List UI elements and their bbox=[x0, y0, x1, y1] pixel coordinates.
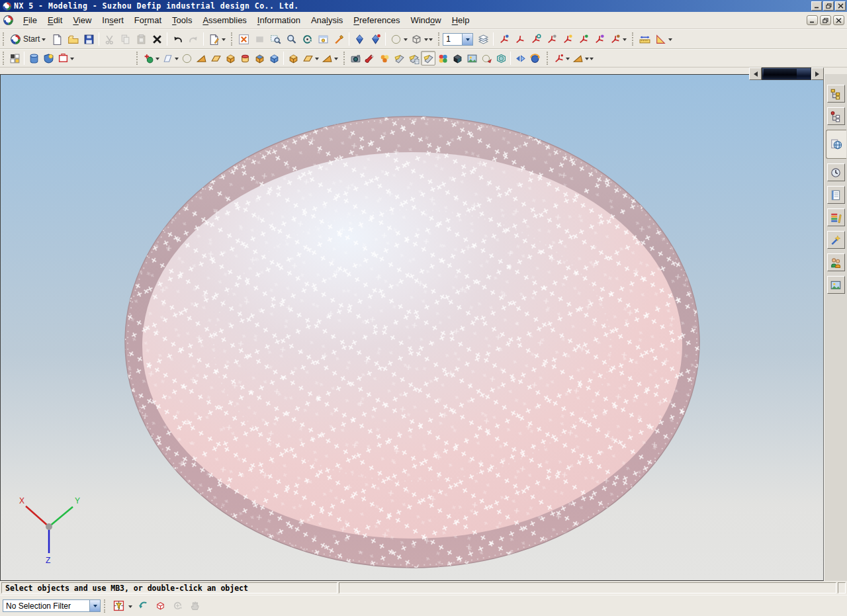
measure-distance-button[interactable] bbox=[637, 31, 652, 47]
chevron-down-icon[interactable] bbox=[404, 38, 408, 43]
snap-point-button[interactable] bbox=[111, 599, 126, 613]
mdi-minimize-button[interactable] bbox=[807, 15, 818, 25]
scroll-left-button[interactable] bbox=[749, 67, 762, 80]
chevron-down-icon[interactable] bbox=[668, 38, 672, 43]
layer-settings-button[interactable] bbox=[475, 31, 491, 47]
deselect-last-button[interactable] bbox=[136, 599, 150, 613]
chevron-down-icon[interactable] bbox=[334, 58, 338, 62]
scrollbar-thumb[interactable] bbox=[764, 69, 797, 79]
menu-insert[interactable]: Insert bbox=[97, 13, 129, 27]
point-button[interactable] bbox=[141, 51, 156, 66]
menu-file[interactable]: File bbox=[18, 13, 42, 27]
chevron-down-icon[interactable] bbox=[175, 58, 179, 62]
menu-edit[interactable]: Edit bbox=[42, 13, 67, 27]
combo-arrow-icon[interactable] bbox=[462, 34, 472, 45]
wizards-button[interactable] bbox=[827, 231, 845, 249]
display-mode-button[interactable] bbox=[408, 31, 424, 47]
menu-help[interactable]: Help bbox=[447, 13, 475, 27]
color-palette-button[interactable] bbox=[827, 208, 845, 226]
redo-button[interactable] bbox=[185, 31, 201, 47]
toolbar-grip[interactable] bbox=[343, 52, 345, 65]
wcs-rotate-button[interactable] bbox=[527, 31, 543, 47]
copy-button[interactable] bbox=[117, 31, 133, 47]
cube-button[interactable] bbox=[267, 51, 281, 66]
menu-view[interactable]: View bbox=[67, 13, 97, 27]
toolbar-grip[interactable] bbox=[231, 32, 233, 46]
shadows-button[interactable] bbox=[450, 51, 465, 66]
point-set-button[interactable] bbox=[591, 31, 607, 47]
scene-rotate-button[interactable] bbox=[527, 51, 542, 66]
scene-gallery-button[interactable] bbox=[827, 276, 845, 294]
chevron-down-icon[interactable] bbox=[315, 58, 319, 62]
toolbar-overflow-icon[interactable] bbox=[623, 38, 627, 43]
reflect-button[interactable] bbox=[513, 51, 527, 66]
orient-view-iso-button[interactable] bbox=[367, 31, 383, 47]
graphics-window[interactable]: X Y Z bbox=[0, 74, 824, 581]
combo-arrow-icon[interactable] bbox=[89, 600, 100, 611]
extrude-button[interactable] bbox=[194, 51, 208, 66]
background-image-button[interactable] bbox=[465, 51, 479, 66]
toolbar-grip[interactable] bbox=[3, 32, 5, 46]
shaded-view-button[interactable] bbox=[388, 31, 404, 47]
toolbar-overflow-icon[interactable] bbox=[429, 38, 433, 43]
toolbar-grip[interactable] bbox=[632, 32, 634, 46]
datum-csys-button[interactable] bbox=[575, 31, 591, 47]
information-palette-button[interactable] bbox=[827, 186, 845, 204]
toolbar-grip[interactable] bbox=[136, 52, 138, 65]
chevron-down-icon[interactable] bbox=[128, 605, 132, 610]
spotlight-button[interactable] bbox=[392, 51, 406, 66]
mdi-restore-button[interactable] bbox=[820, 15, 831, 25]
face-analysis-button[interactable] bbox=[570, 51, 585, 66]
menu-assemblies[interactable]: Assemblies bbox=[197, 13, 251, 27]
wcs-origin-button[interactable] bbox=[512, 31, 527, 47]
hole-button[interactable] bbox=[286, 51, 300, 66]
rotate-view-button[interactable] bbox=[299, 31, 315, 47]
display-properties-button[interactable] bbox=[406, 51, 421, 66]
zoom-in-out-button[interactable] bbox=[283, 31, 299, 47]
chevron-down-icon[interactable] bbox=[424, 38, 428, 43]
pan-view-button[interactable] bbox=[315, 31, 331, 47]
instance-button[interactable] bbox=[300, 51, 315, 66]
menu-format[interactable]: Format bbox=[129, 13, 167, 27]
rotate-point-button[interactable] bbox=[170, 599, 185, 613]
toolbar-grip[interactable] bbox=[547, 52, 549, 65]
chevron-down-icon[interactable] bbox=[566, 58, 570, 62]
sheet-button[interactable] bbox=[208, 51, 223, 66]
window-layout-button[interactable] bbox=[7, 51, 22, 66]
information-button[interactable] bbox=[206, 31, 222, 47]
csys-more-button[interactable] bbox=[607, 31, 623, 47]
grab-point-button[interactable] bbox=[187, 599, 202, 613]
start-button[interactable]: Start bbox=[7, 31, 49, 47]
block-button[interactable] bbox=[223, 51, 238, 66]
sphere-button[interactable] bbox=[179, 51, 194, 66]
perspective-button[interactable] bbox=[331, 31, 347, 47]
sketch-plane-button[interactable] bbox=[160, 51, 175, 66]
undo-button[interactable] bbox=[169, 31, 185, 47]
edit-object-display-button[interactable] bbox=[363, 51, 377, 66]
toolbar-grip[interactable] bbox=[104, 599, 106, 613]
zoom-box-button[interactable] bbox=[267, 31, 283, 47]
assembly-navigator-button[interactable] bbox=[827, 85, 845, 103]
menu-analysis[interactable]: Analysis bbox=[306, 13, 348, 27]
high-quality-image-button[interactable] bbox=[377, 51, 392, 66]
menu-window[interactable]: Window bbox=[405, 13, 446, 27]
menu-preferences[interactable]: Preferences bbox=[348, 13, 405, 27]
chevron-down-icon[interactable] bbox=[70, 58, 74, 62]
toolbar-grip[interactable] bbox=[3, 52, 5, 65]
fit-view-button[interactable] bbox=[236, 31, 251, 47]
paste-button[interactable] bbox=[133, 31, 149, 47]
environment-button[interactable] bbox=[494, 51, 508, 66]
show-and-hide-button[interactable] bbox=[41, 51, 56, 66]
visual-material-button[interactable] bbox=[479, 51, 494, 66]
materials-button[interactable] bbox=[435, 51, 450, 66]
pad-button[interactable] bbox=[252, 51, 267, 66]
true-shading-button[interactable] bbox=[421, 51, 435, 66]
toolbar-grip[interactable] bbox=[438, 32, 440, 46]
history-button[interactable] bbox=[827, 163, 845, 181]
layer-combobox[interactable]: 1 bbox=[443, 33, 473, 46]
scrollbar-track[interactable] bbox=[762, 67, 811, 80]
camera-button[interactable] bbox=[348, 51, 363, 66]
chevron-down-icon[interactable] bbox=[585, 58, 589, 62]
part-navigator-button[interactable] bbox=[827, 107, 845, 125]
offset-button[interactable] bbox=[320, 51, 334, 66]
